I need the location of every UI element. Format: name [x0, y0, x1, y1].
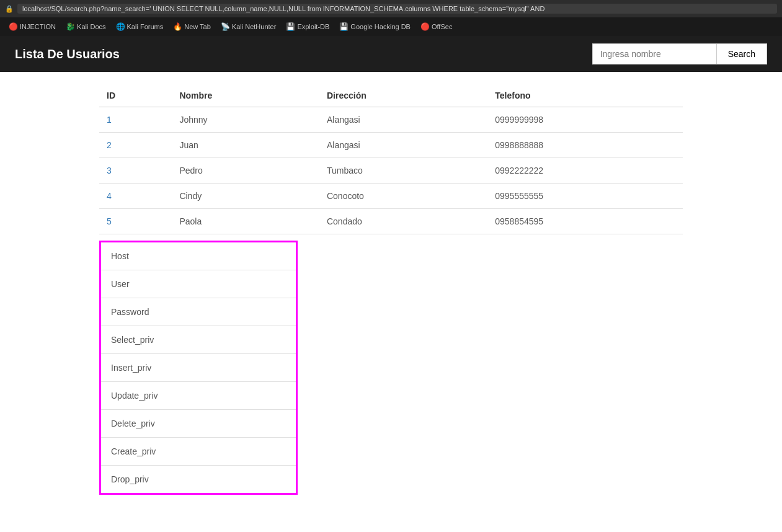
cell-id: 2: [99, 133, 172, 158]
bookmark-nethunter-icon: 📡: [221, 22, 230, 31]
injection-table: HostUserPasswordSelect_privInsert_privUp…: [101, 242, 296, 493]
bookmark-kali-docs-label: Kali Docs: [77, 23, 105, 30]
bookmark-kali-forums-label: Kali Forums: [127, 23, 164, 30]
bookmark-injection-label: INJECTION: [20, 23, 56, 30]
cell-direccion: Alangasi: [319, 133, 487, 158]
bookmark-nethunter[interactable]: 📡 Kali NetHunter: [217, 21, 280, 32]
search-button[interactable]: Search: [716, 43, 767, 64]
cell-id: 1: [99, 107, 172, 133]
bookmark-google-hacking-label: Google Hacking DB: [350, 23, 411, 30]
cell-id: 3: [99, 158, 172, 184]
cell-direccion: Condado: [319, 209, 487, 234]
cell-id: 5: [99, 209, 172, 234]
injection-row: Drop_priv: [101, 466, 296, 494]
cell-direccion: Tumbaco: [319, 158, 487, 184]
bookmarks-bar: 🔴 INJECTION 🐉 Kali Docs 🌐 Kali Forums 🔥 …: [0, 17, 782, 36]
table-row: 2JuanAlangasi0998888888: [99, 133, 683, 158]
injection-row: Select_priv: [101, 326, 296, 354]
bookmark-google-hacking-icon: 💾: [339, 22, 349, 31]
security-icon: 🔒: [5, 5, 14, 13]
col-header-direccion: Dirección: [319, 84, 487, 107]
injection-cell: Host: [101, 242, 296, 270]
bookmark-exploit-db[interactable]: 💾 Exploit-DB: [282, 21, 333, 32]
cell-direccion: Alangasi: [319, 107, 487, 133]
col-header-id: ID: [99, 84, 172, 107]
users-table: ID Nombre Dirección Telefono 1JohnnyAlan…: [99, 84, 683, 234]
injection-result-box: HostUserPasswordSelect_privInsert_privUp…: [99, 241, 298, 495]
col-header-nombre: Nombre: [172, 84, 319, 107]
cell-nombre: Cindy: [172, 184, 319, 209]
cell-nombre: Juan: [172, 133, 319, 158]
injection-cell: Delete_priv: [101, 410, 296, 438]
injection-row: Insert_priv: [101, 354, 296, 382]
injection-row: User: [101, 270, 296, 298]
injection-row: Update_priv: [101, 382, 296, 410]
table-row: 3PedroTumbaco0992222222: [99, 158, 683, 184]
browser-bar: 🔒 localhost/SQL/search.php?name_search='…: [0, 0, 782, 17]
cell-nombre: Pedro: [172, 158, 319, 184]
table-header-row: ID Nombre Dirección Telefono: [99, 84, 683, 107]
cell-telefono: 0998888888: [487, 133, 683, 158]
injection-cell: Insert_priv: [101, 354, 296, 382]
table-row: 5PaolaCondado0958854595: [99, 209, 683, 234]
browser-url[interactable]: localhost/SQL/search.php?name_search=' U…: [17, 4, 777, 14]
injection-row: Delete_priv: [101, 410, 296, 438]
injection-cell: Password: [101, 298, 296, 326]
bookmark-injection-icon: 🔴: [9, 22, 18, 31]
main-content: ID Nombre Dirección Telefono 1JohnnyAlan…: [0, 72, 782, 509]
cell-telefono: 0995555555: [487, 184, 683, 209]
search-input[interactable]: [592, 43, 716, 64]
bookmark-kali-forums[interactable]: 🌐 Kali Forums: [112, 21, 167, 32]
injection-row: Create_priv: [101, 438, 296, 466]
bookmark-new-tab-icon: 🔥: [173, 22, 182, 31]
cell-nombre: Paola: [172, 209, 319, 234]
injection-cell: Create_priv: [101, 438, 296, 466]
bookmark-exploit-db-icon: 💾: [286, 22, 295, 31]
cell-nombre: Johnny: [172, 107, 319, 133]
cell-telefono: 0999999998: [487, 107, 683, 133]
bookmark-kali-forums-icon: 🌐: [116, 22, 125, 31]
bookmark-new-tab[interactable]: 🔥 New Tab: [169, 21, 215, 32]
cell-telefono: 0958854595: [487, 209, 683, 234]
injection-cell: Drop_priv: [101, 466, 296, 494]
bookmark-exploit-db-label: Exploit-DB: [297, 23, 329, 30]
table-row: 1JohnnyAlangasi0999999998: [99, 107, 683, 133]
table-row: 4CindyConocoto0995555555: [99, 184, 683, 209]
cell-telefono: 0992222222: [487, 158, 683, 184]
bookmark-kali-docs-icon: 🐉: [66, 22, 75, 31]
injection-cell: Select_priv: [101, 326, 296, 354]
injection-row: Password: [101, 298, 296, 326]
bookmark-offsec-icon: 🔴: [420, 22, 430, 31]
bookmark-kali-docs[interactable]: 🐉 Kali Docs: [62, 21, 109, 32]
bookmark-injection[interactable]: 🔴 INJECTION: [5, 21, 60, 32]
bookmark-google-hacking[interactable]: 💾 Google Hacking DB: [335, 21, 414, 32]
page-title: Lista De Usuarios: [15, 47, 120, 61]
injection-cell: Update_priv: [101, 382, 296, 410]
bookmark-offsec[interactable]: 🔴 OffSec: [417, 21, 456, 32]
bookmark-offsec-label: OffSec: [432, 23, 452, 30]
cell-id: 4: [99, 184, 172, 209]
injection-row: Host: [101, 242, 296, 270]
injection-cell: User: [101, 270, 296, 298]
bookmark-nethunter-label: Kali NetHunter: [232, 23, 277, 30]
app-header: Lista De Usuarios Search: [0, 36, 782, 72]
bookmark-new-tab-label: New Tab: [184, 23, 211, 30]
search-area: Search: [592, 43, 767, 64]
cell-direccion: Conocoto: [319, 184, 487, 209]
col-header-telefono: Telefono: [487, 84, 683, 107]
